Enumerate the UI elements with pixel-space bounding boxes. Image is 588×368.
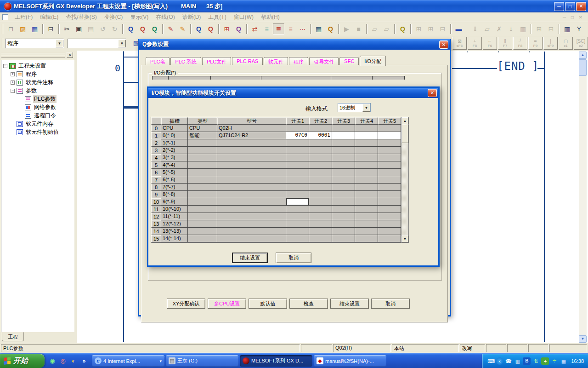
switch3-cell[interactable]: [332, 220, 355, 228]
model-cell[interactable]: QJ71C24-R2: [217, 132, 286, 139]
scroll-down-icon[interactable]: ▼: [579, 335, 587, 343]
menu-help[interactable]: 帮助(H): [257, 13, 283, 21]
type-cell[interactable]: [188, 176, 217, 184]
switch3-cell[interactable]: [332, 184, 355, 191]
switch1-cell[interactable]: [286, 220, 309, 228]
switch5-cell[interactable]: [378, 206, 401, 213]
monitor-clock-icon[interactable]: Q: [325, 23, 336, 34]
fkey-sf9-button[interactable]: | sF9: [543, 37, 558, 50]
switch5-cell[interactable]: [378, 161, 401, 169]
chevron-down-icon[interactable]: ▼: [118, 40, 126, 47]
switch1-cell[interactable]: [286, 206, 309, 213]
tray-antivirus-icon[interactable]: +: [541, 357, 549, 365]
model-cell[interactable]: [217, 161, 286, 169]
row-header[interactable]: 0: [151, 125, 161, 132]
switch1-cell[interactable]: [286, 125, 309, 132]
device-select[interactable]: ▼: [68, 39, 126, 48]
quick-launch-1-icon[interactable]: ◉: [49, 357, 56, 365]
model-cell[interactable]: [217, 139, 286, 147]
switch5-cell[interactable]: [378, 176, 401, 184]
switch2-cell[interactable]: [309, 147, 332, 154]
model-cell[interactable]: [217, 147, 286, 154]
slot-cell[interactable]: 1(*-1): [161, 139, 188, 147]
switch4-cell[interactable]: [355, 228, 378, 235]
row-header[interactable]: 10: [151, 198, 161, 206]
row-header[interactable]: 3: [151, 147, 161, 154]
tree-item-parameter[interactable]: − 参数: [1, 86, 74, 95]
switch1-cell[interactable]: [286, 176, 309, 184]
device-use-list-icon[interactable]: Q: [205, 23, 216, 34]
switch3-cell[interactable]: [332, 125, 355, 132]
slot-cell[interactable]: 6(*-6): [161, 176, 188, 184]
step-run-icon[interactable]: ⇣: [505, 23, 517, 34]
row-header[interactable]: 11: [151, 206, 161, 213]
switch1-cell[interactable]: [286, 213, 309, 220]
type-cell[interactable]: [188, 235, 217, 242]
tree-item-network-parameter[interactable]: 网络参数: [1, 103, 74, 111]
model-cell[interactable]: [217, 169, 286, 176]
menu-edit[interactable]: 编辑(E): [36, 13, 62, 21]
switch3-cell[interactable]: [332, 213, 355, 220]
tray-input-method-icon[interactable]: ⌨: [487, 357, 495, 365]
tree-item-remote-password[interactable]: 远程口令: [1, 111, 74, 120]
switch2-cell[interactable]: [309, 139, 332, 147]
alias-display-icon[interactable]: ⋯: [297, 23, 308, 34]
switch1-cell[interactable]: [286, 169, 309, 176]
quick-launch-3-icon[interactable]: ◐: [70, 357, 77, 365]
toolbar-grip[interactable]: [2, 24, 3, 34]
model-cell[interactable]: [217, 220, 286, 228]
switch5-cell[interactable]: [378, 213, 401, 220]
switch1-cell[interactable]: [286, 161, 309, 169]
restore-button[interactable]: □: [565, 2, 575, 11]
minimize-button[interactable]: ─: [554, 2, 564, 11]
table-vertical-scrollbar[interactable]: ▲ ▼: [401, 117, 408, 242]
menu-convert[interactable]: 变换(C): [101, 13, 127, 21]
switch4-cell[interactable]: [355, 147, 378, 154]
panel-close-icon[interactable]: ✕: [67, 52, 73, 58]
row-header[interactable]: 14: [151, 228, 161, 235]
panel-drag-handle[interactable]: ✕: [1, 52, 74, 59]
start-button[interactable]: 开始: [0, 354, 45, 368]
check-button[interactable]: 检查: [289, 299, 328, 309]
row-header[interactable]: 8: [151, 184, 161, 191]
switch3-cell[interactable]: [332, 139, 355, 147]
copy-icon[interactable]: ▣: [73, 23, 85, 34]
tray-device-icon[interactable]: ☎: [504, 357, 512, 365]
type-cell[interactable]: [188, 206, 217, 213]
cut-icon[interactable]: ✂: [61, 23, 73, 34]
tree-item-plc-parameter[interactable]: PLC参数: [1, 95, 74, 103]
scroll-up-icon[interactable]: ▲: [579, 52, 587, 59]
slot-cell[interactable]: 11(*-11): [161, 213, 188, 220]
type-cell[interactable]: [188, 154, 217, 161]
switch3-cell[interactable]: [332, 235, 355, 242]
open-project-icon[interactable]: ▨: [17, 23, 28, 34]
switch2-cell[interactable]: [309, 235, 332, 242]
paste-icon[interactable]: ▤: [85, 23, 96, 34]
switch2-cell[interactable]: [309, 125, 332, 132]
switch1-cell[interactable]: [286, 235, 309, 242]
switch2-cell[interactable]: [309, 191, 332, 198]
help-icon[interactable]: Q: [397, 23, 408, 34]
slot-cell[interactable]: 7(*-7): [161, 184, 188, 191]
switch1-cell[interactable]: [286, 228, 309, 235]
verify-with-plc-icon[interactable]: ▱: [481, 23, 493, 34]
type-cell[interactable]: [188, 161, 217, 169]
switch3-cell[interactable]: [332, 191, 355, 198]
slot-cell[interactable]: 13(*-13): [161, 228, 188, 235]
switch2-cell[interactable]: [309, 220, 332, 228]
branch-select-icon[interactable]: Y: [573, 23, 585, 34]
partial-run-icon[interactable]: ▥: [517, 23, 529, 34]
input-format-select[interactable]: 16进制 ▼: [338, 103, 371, 112]
switch4-cell[interactable]: [355, 139, 378, 147]
slot-cell[interactable]: 9(*-9): [161, 198, 188, 206]
menu-find-replace[interactable]: 查找/替换(S): [62, 13, 100, 21]
switch2-cell[interactable]: 0001: [309, 132, 332, 139]
type-cell[interactable]: [188, 139, 217, 147]
default-button[interactable]: 默认值: [249, 299, 287, 309]
tab-io-assignment[interactable]: I/O分配: [360, 56, 386, 66]
delete-row-icon[interactable]: ⊟: [545, 23, 557, 34]
slot-cell[interactable]: 5(*-5): [161, 169, 188, 176]
row-header[interactable]: 5: [151, 161, 161, 169]
switch5-cell[interactable]: [378, 147, 401, 154]
switch3-cell[interactable]: [332, 161, 355, 169]
